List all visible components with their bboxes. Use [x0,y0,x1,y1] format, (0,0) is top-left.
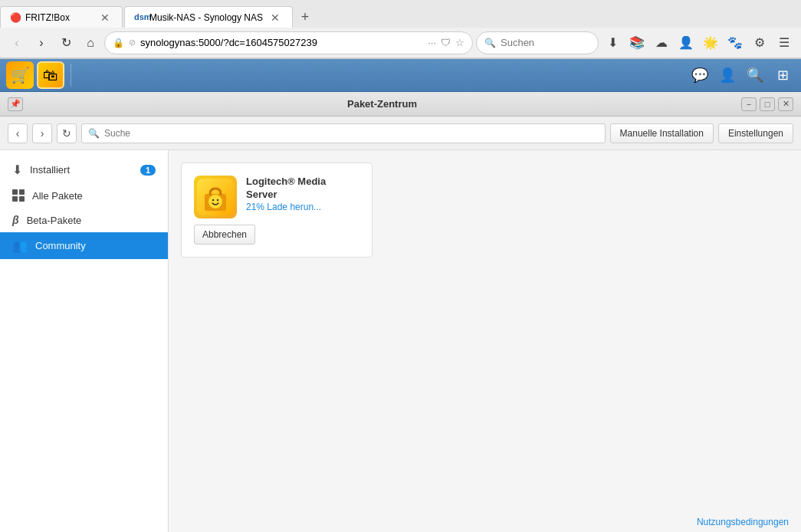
new-tab-button[interactable]: + [294,6,316,28]
address-bar-icons: ··· 🛡 ☆ [428,37,465,48]
fritzbox-favicon: 🔴 [10,12,21,23]
library-icon[interactable]: 📚 [626,32,648,54]
pkz-search-box[interactable]: 🔍 [81,123,606,143]
pkz-title: Paket-Zentrum [23,98,741,110]
lock-icon: 🔒 [113,38,124,48]
account-icon[interactable]: 👤 [675,32,697,54]
maximize-button[interactable]: □ [760,97,775,111]
sidebar-item-community[interactable]: 👥 Community [0,232,168,259]
package-name: Logitech® Media Server [246,176,359,202]
package-info: Logitech® Media Server 21% Lade herun... [246,176,359,212]
reload-button[interactable]: ↻ [55,32,77,54]
tab-synology-close[interactable]: ✕ [268,10,283,25]
tab-fritzbox[interactable]: 🔴 FRITZ!Box ✕ [0,6,123,28]
pkz-titlebar: 📌 Paket-Zentrum − □ ✕ [0,92,801,117]
search-icon: 🔍 [484,38,496,48]
sidebar-item-alle-pakete[interactable]: Alle Pakete [0,183,168,208]
community-icon: 👥 [12,238,28,253]
search-toolbar-icon[interactable]: 🔍 [743,63,767,87]
search-bar[interactable]: 🔍 [476,31,599,54]
dsm-app-package[interactable]: 🛍 [37,61,64,89]
pkz-footer: Nutzungsbedingungen [169,512,801,532]
more-icon[interactable]: ··· [428,37,436,48]
dsm-toolbar-right: 💬 👤 🔍 ⊞ [688,63,795,87]
settings-button[interactable]: Einstellungen [718,123,793,143]
address-bar[interactable]: 🔒 ⊘ ··· 🛡 ☆ [104,31,473,54]
pkz-search-icon: 🔍 [88,128,100,139]
sidebar-item-beta-pakete[interactable]: β Beta-Pakete [0,208,168,232]
pocket-icon[interactable]: 🛡 [441,37,451,48]
synology-favicon: dsm [134,12,145,23]
tab-fritzbox-title: FRITZ!Box [25,12,93,23]
tab-bar: 🔴 FRITZ!Box ✕ dsm Musik-NAS - Synology N… [0,0,801,28]
pkz-back-button[interactable]: ‹ [8,123,28,143]
pkz-sidebar: ⬇ Installiert 1 Alle Pakete β Beta-Paket… [0,150,169,532]
svg-point-3 [212,199,214,201]
download-icon[interactable]: ⬇ [602,32,623,54]
pin-button[interactable]: 📌 [8,97,23,111]
forward-button[interactable]: › [31,32,52,54]
address-input[interactable] [140,37,423,48]
tab-synology-title: Musik-NAS - Synology NAS [149,12,263,23]
sync-icon[interactable]: ☁ [651,32,672,54]
dsm-app-shopping[interactable]: 🛒 [6,61,34,89]
pkz-search-input[interactable] [104,128,599,139]
tab-fritzbox-close[interactable]: ✕ [97,10,113,25]
pkz-content: Logitech® Media Server 21% Lade herun...… [169,150,801,532]
back-button[interactable]: ‹ [6,32,28,54]
package-header: Logitech® Media Server 21% Lade herun... [194,176,359,218]
pkz-reload-button[interactable]: ↻ [57,123,77,143]
beta-pakete-icon: β [12,214,19,226]
package-icon [194,176,237,218]
installiert-icon: ⬇ [12,163,22,177]
addon1-icon[interactable]: 🌟 [700,32,721,54]
nutzungsbedingungen-link[interactable]: Nutzungsbedingungen [697,517,789,527]
sidebar-alle-pakete-label: Alle Pakete [32,190,83,202]
sidebar-item-installiert[interactable]: ⬇ Installiert 1 [0,156,168,183]
sidebar-beta-pakete-label: Beta-Pakete [27,215,82,226]
pkz-main: ⬇ Installiert 1 Alle Pakete β Beta-Paket… [0,150,801,532]
package-progress: 21% Lade herun... [246,202,359,212]
tracking-icon: ⊘ [129,38,136,48]
alle-pakete-icon [12,189,25,202]
bookmark-icon[interactable]: ☆ [455,37,465,48]
chat-icon[interactable]: 💬 [688,63,712,87]
extensions-icon[interactable]: ⚙ [749,32,770,54]
sidebar-community-label: Community [35,240,86,251]
home-button[interactable]: ⌂ [80,32,101,54]
user-icon[interactable]: 👤 [715,63,740,87]
cancel-download-button[interactable]: Abbrechen [194,225,255,245]
manual-install-button[interactable]: Manuelle Installation [610,123,714,143]
svg-point-4 [217,199,218,201]
toolbar-divider [71,64,71,87]
tab-synology[interactable]: dsm Musik-NAS - Synology NAS ✕ [124,6,293,28]
menu-icon[interactable]: ☰ [773,32,795,54]
pkz-toolbar: ‹ › ↻ 🔍 Manuelle Installation Einstellun… [0,117,801,150]
dsm-toolbar: 🛒 🛍 💬 👤 🔍 ⊞ [0,59,801,93]
search-input[interactable] [501,37,590,48]
apps-icon[interactable]: ⊞ [770,63,795,87]
package-card: Logitech® Media Server 21% Lade herun...… [181,163,373,258]
sidebar-installiert-label: Installiert [30,164,70,176]
close-button[interactable]: ✕ [778,97,793,111]
addon2-icon[interactable]: 🐾 [724,32,746,54]
pkz-forward-button[interactable]: › [32,123,52,143]
paket-zentrum-window: 📌 Paket-Zentrum − □ ✕ ‹ › ↻ 🔍 Manuelle I… [0,92,801,532]
installiert-badge: 1 [140,165,156,176]
nav-right-icons: ⬇ 📚 ☁ 👤 🌟 🐾 ⚙ ☰ [602,32,795,54]
svg-point-2 [208,195,222,209]
nav-bar: ‹ › ↻ ⌂ 🔒 ⊘ ··· 🛡 ☆ 🔍 ⬇ 📚 ☁ 👤 🌟 🐾 ⚙ [0,28,801,58]
minimize-button[interactable]: − [741,97,757,111]
window-controls: − □ ✕ [741,97,793,111]
